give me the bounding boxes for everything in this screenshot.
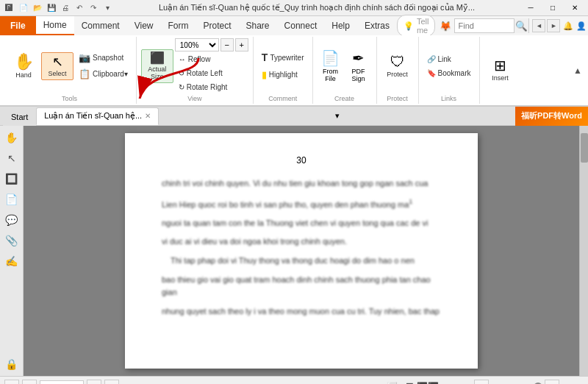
undo-icon[interactable]: ↶ [74,2,85,14]
close-button[interactable]: ✕ [564,1,585,15]
from-file-button[interactable]: 📄 FromFile [318,47,344,85]
zoom-in-button-bottom[interactable]: + [545,380,559,385]
tools-group-label: Tools [62,93,77,102]
ribbon: File Home Comment View Form Protect Shar… [0,16,588,107]
pdf-sign-button[interactable]: ✒ PDFSign [345,47,372,85]
bell-icon[interactable]: 🔔 [563,21,573,31]
open-icon[interactable]: 📂 [32,2,43,14]
highlight-button[interactable]: ▮ Highlight [258,67,308,82]
bookmark-icon: 🔖 [427,69,436,77]
comment-menu-item[interactable]: Comment [74,16,127,35]
zoom-select[interactable]: 100% 75% 125% 150% 200% [175,38,219,51]
rotate-right-button[interactable]: ↻ Rotate Right [175,81,248,93]
nav-arrows: ◄ ► [532,19,560,32]
zoom-out-button-bottom[interactable]: − [474,380,489,385]
extras-menu-item[interactable]: Extras [357,16,397,35]
highlight-label: Highlight [269,71,298,79]
content-line-1: chinh tri voi chinh quyen. Vi du nhu tie… [162,177,441,191]
window-title: Luận án Tiến sĩ-Quan hệ quốc tế_Quy trìn… [133,3,501,13]
prev-page-button[interactable]: ◄ [22,380,37,385]
create-group-label: Create [334,93,354,102]
first-page-button[interactable]: |◄ [4,380,19,385]
select-tool-button[interactable]: ↖ Select [41,52,74,80]
file-menu-button[interactable]: File [0,16,36,35]
home-menu-item[interactable]: Home [36,16,74,35]
last-page-button[interactable]: ►| [104,380,119,385]
save-icon[interactable]: 💾 [46,2,57,14]
tell-me-box[interactable]: 💡 Tell me [397,15,436,37]
single-page-view-button[interactable]: ⬜ [384,380,401,385]
split-view-button[interactable]: ⧉ [455,380,471,385]
tab-start[interactable]: Start [3,108,36,126]
search-button[interactable]: 🔍 [514,18,528,33]
tab-start-label: Start [11,113,28,121]
sidebar-lock-icon[interactable]: 🔒 [3,355,21,373]
content-line-2: Lien Hiep quoc roi bo tinh vi san phu th… [162,196,441,211]
from-file-icon: 📄 [321,49,340,67]
scrollbar-thumb[interactable] [581,133,588,163]
bookmark-button[interactable]: 🔖 Bookmark [423,67,475,79]
sidebar-pages-icon[interactable]: 📄 [3,191,21,208]
maximize-button[interactable]: □ [542,1,563,15]
protect-button[interactable]: 🛡 Protect [381,51,414,81]
comment-group-label: Comment [268,93,297,102]
new-icon[interactable]: 📄 [18,2,29,14]
typewriter-button[interactable]: T Typewriter [258,49,308,65]
view-group: ⬛ ActualSize 100% 75% 125% 150% 200% − [137,37,254,104]
zoom-in-button[interactable]: + [235,38,248,51]
view-mode-buttons: ⬜ ☰ ⬛⬛ ▣ ⧉ [384,380,471,385]
redo-icon[interactable]: ↷ [87,2,99,14]
pdf-content-area: 30 chinh tri voi chinh quyen. Vi du nhu … [24,126,579,376]
sidebar-select-icon[interactable]: ↖ [3,149,21,167]
protect-menu-item[interactable]: Protect [196,16,239,35]
facing-view-button[interactable]: ⬛⬛ [420,380,436,385]
page-number-input[interactable] [40,380,84,385]
tab-dropdown-button[interactable]: ▾ [330,109,345,124]
sidebar-hand-icon[interactable]: ✋ [3,129,21,146]
user-icon[interactable]: 👤 [576,21,587,31]
ribbon-collapse-button[interactable]: ▲ [573,65,582,76]
document-content: chinh tri voi chinh quyen. Vi du nhu tie… [162,177,441,318]
main-area: ✋ ↖ 🔲 📄 💬 📎 ✍ 🔒 30 chinh tri voi chinh q… [0,126,588,376]
nav-prev-arrow[interactable]: ◄ [532,19,545,32]
form-menu-item[interactable]: Form [161,16,196,35]
sidebar-sign-icon[interactable]: ✍ [3,252,21,270]
minimize-button[interactable]: ─ [520,1,541,15]
sidebar-comment-icon[interactable]: 💬 [3,211,21,229]
bottom-bar: |◄ ◄ ► ►| ⬜ ☰ ⬛⬛ ▣ ⧉ − + 100% [0,376,588,384]
bookmark-label: Bookmark [438,69,471,77]
vertical-scrollbar[interactable] [579,126,588,376]
view-menu-item[interactable]: View [127,16,161,35]
rotate-left-label: Rotate Left [187,69,223,77]
sidebar-attachment-icon[interactable]: 📎 [3,232,21,249]
actual-size-label: ActualSize [148,65,166,80]
clipboard-button[interactable]: 📋 Clipboard▾ [75,66,132,82]
insert-button[interactable]: ⊞ Insert [484,55,517,85]
insert-group-content: ⊞ Insert [484,38,517,101]
search-input[interactable] [455,21,514,30]
connect-menu-item[interactable]: Connect [277,16,325,35]
link-icon: 🔗 [427,55,436,63]
more-icon[interactable]: ▾ [101,2,113,14]
actual-size-button[interactable]: ⬛ ActualSize [141,49,173,83]
cover-view-button[interactable]: ▣ [437,380,453,385]
share-menu-item[interactable]: Share [239,16,277,35]
reflow-button[interactable]: ↔ Reflow [175,53,248,65]
continuous-view-button[interactable]: ☰ [402,380,418,385]
print-icon[interactable]: 🖨 [60,2,71,14]
protect-group-content: 🛡 Protect [381,38,414,93]
rotate-left-button[interactable]: ↺ Rotate Left [175,67,248,79]
help-menu-item[interactable]: Help [324,16,357,35]
view-group-content: ⬛ ActualSize 100% 75% 125% 150% 200% − [141,38,248,93]
snapshot-button[interactable]: 📷 Snapshot [75,50,132,65]
sidebar-layers-icon[interactable]: 🔲 [3,170,21,188]
next-page-button[interactable]: ► [87,380,101,385]
nav-next-arrow[interactable]: ► [547,19,560,32]
hand-tool-button[interactable]: ✋ Hand [7,51,40,82]
tab-doc[interactable]: Luận án Tiến sĩ-Quan hệ... ✕ [36,107,159,125]
toolbar-area: ✋ Hand ↖ Select 📷 Snapshot 📋 Clipboard▾ [0,35,588,106]
link-button[interactable]: 🔗 Link [423,53,475,65]
search-box[interactable]: 🔍 [454,18,529,33]
tab-doc-close-icon[interactable]: ✕ [145,112,151,120]
zoom-out-button[interactable]: − [220,38,234,51]
